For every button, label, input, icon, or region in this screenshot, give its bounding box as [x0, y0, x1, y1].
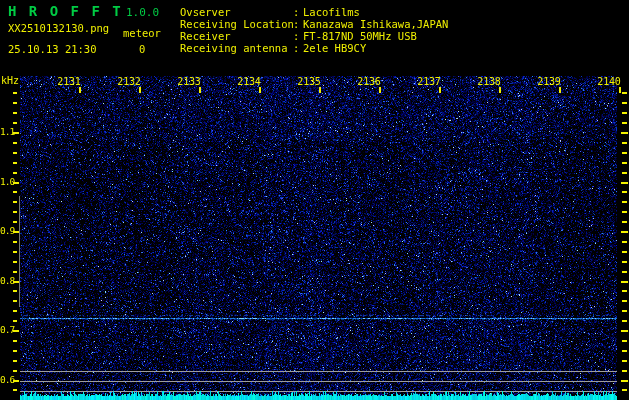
station-info-table: Ovserver:LacofilmsReceiving Location:Kan… [180, 6, 620, 56]
station-info-value: Lacofilms [303, 6, 360, 18]
x-axis-tick-label: 2133 [176, 76, 202, 87]
station-info-separator: : [293, 30, 303, 42]
y-axis-tick-label: 0.9 [0, 226, 14, 236]
station-info-row: Ovserver:Lacofilms [180, 6, 620, 18]
x-axis-tick-label: 2136 [356, 76, 382, 87]
station-info-separator: : [293, 18, 303, 30]
station-info-value: FT-817ND 50MHz USB [303, 30, 417, 42]
station-info-label: Ovserver [180, 6, 293, 18]
hrofft-window: H R O F F T 1.0.0 XX2510132130.png meteo… [0, 0, 629, 400]
station-info-label: Receiving Location [180, 18, 293, 30]
station-info-row: Receiving antenna:2ele HB9CY [180, 42, 620, 54]
meteor-counter-label: meteor [123, 27, 161, 39]
station-info-separator: : [293, 42, 303, 54]
x-axis-tick-label: 2131 [56, 76, 82, 87]
station-info-label: Receiving antenna [180, 42, 293, 54]
station-info-value: 2ele HB9CY [303, 42, 366, 54]
app-version: 1.0.0 [126, 6, 159, 19]
x-axis-tick-label: 2140 [596, 76, 622, 87]
x-axis-tick-label: 2139 [536, 76, 562, 87]
x-axis-tick-label: 2132 [116, 76, 142, 87]
y-axis-unit-label: kHz [1, 75, 19, 86]
meteor-counter-value: 0 [139, 43, 145, 55]
x-axis-tick-label: 2137 [416, 76, 442, 87]
observation-datetime: 25.10.13 21:30 [8, 43, 97, 55]
y-axis-tick-label: 1.1 [0, 127, 14, 137]
station-info-row: Receiving Location:Kanazawa Ishikawa,JAP… [180, 18, 620, 30]
y-axis-tick-label: 0.8 [0, 276, 14, 286]
y-axis-tick-label: 0.7 [0, 325, 14, 335]
app-title: H R O F F T [8, 3, 123, 19]
y-axis-tick-label: 1.0 [0, 177, 14, 187]
station-info-label: Receiver [180, 30, 293, 42]
station-info-value: Kanazawa Ishikawa,JAPAN [303, 18, 448, 30]
station-info-separator: : [293, 6, 303, 18]
spectrogram-canvas [0, 0, 629, 400]
y-axis-tick-label: 0.6 [0, 375, 14, 385]
x-axis-tick-label: 2135 [296, 76, 322, 87]
station-info-row: Receiver:FT-817ND 50MHz USB [180, 30, 620, 42]
output-filename: XX2510132130.png [8, 22, 109, 34]
x-axis-tick-label: 2138 [476, 76, 502, 87]
x-axis-tick-label: 2134 [236, 76, 262, 87]
